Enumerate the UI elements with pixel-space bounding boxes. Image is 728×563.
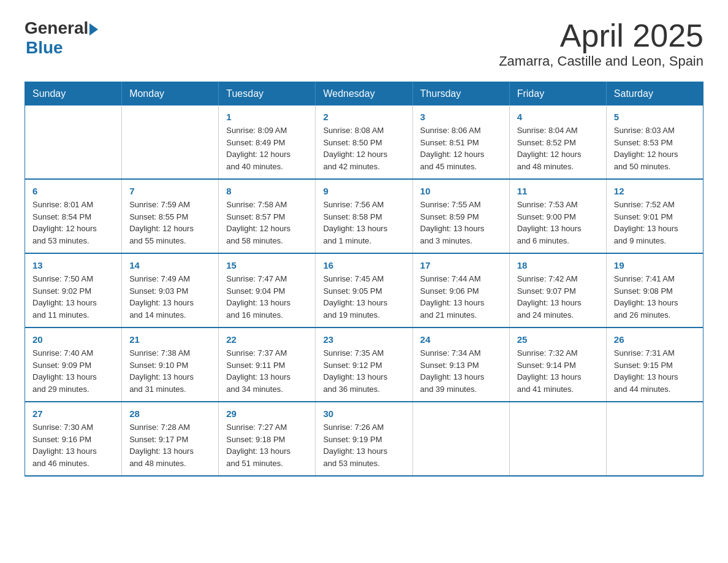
day-info: Sunrise: 8:08 AM Sunset: 8:50 PM Dayligh… bbox=[323, 124, 404, 172]
day-number: 4 bbox=[517, 112, 599, 122]
day-number: 16 bbox=[323, 260, 404, 270]
calendar-week-4: 20Sunrise: 7:40 AM Sunset: 9:09 PM Dayli… bbox=[25, 327, 703, 402]
day-info: Sunrise: 7:59 AM Sunset: 8:55 PM Dayligh… bbox=[129, 199, 211, 247]
day-number: 12 bbox=[614, 186, 696, 196]
col-sunday: Sunday bbox=[25, 82, 122, 106]
day-number: 20 bbox=[32, 334, 114, 345]
calendar-cell-w2-d6: 11Sunrise: 7:53 AM Sunset: 9:00 PM Dayli… bbox=[509, 179, 606, 253]
day-number: 5 bbox=[614, 112, 696, 122]
col-tuesday: Tuesday bbox=[219, 82, 316, 106]
calendar-cell-w1-d5: 3Sunrise: 8:06 AM Sunset: 8:51 PM Daylig… bbox=[412, 105, 509, 179]
calendar-cell-w3-d3: 15Sunrise: 7:47 AM Sunset: 9:04 PM Dayli… bbox=[219, 253, 316, 327]
col-saturday: Saturday bbox=[606, 82, 703, 106]
day-info: Sunrise: 7:53 AM Sunset: 9:00 PM Dayligh… bbox=[517, 199, 599, 247]
day-number: 27 bbox=[32, 408, 114, 419]
day-info: Sunrise: 8:06 AM Sunset: 8:51 PM Dayligh… bbox=[420, 124, 502, 172]
day-number: 17 bbox=[420, 260, 502, 270]
col-friday: Friday bbox=[509, 82, 606, 106]
calendar-cell-w2-d7: 12Sunrise: 7:52 AM Sunset: 9:01 PM Dayli… bbox=[606, 179, 703, 253]
day-number: 28 bbox=[129, 408, 211, 419]
calendar-cell-w3-d7: 19Sunrise: 7:41 AM Sunset: 9:08 PM Dayli… bbox=[606, 253, 703, 327]
calendar-cell-w1-d6: 4Sunrise: 8:04 AM Sunset: 8:52 PM Daylig… bbox=[509, 105, 606, 179]
day-number: 21 bbox=[129, 334, 211, 345]
day-number: 14 bbox=[129, 260, 211, 270]
calendar-cell-w3-d4: 16Sunrise: 7:45 AM Sunset: 9:05 PM Dayli… bbox=[316, 253, 412, 327]
col-thursday: Thursday bbox=[412, 82, 509, 106]
page-title: April 2025 bbox=[499, 18, 703, 53]
day-number: 22 bbox=[226, 334, 308, 345]
day-number: 3 bbox=[420, 112, 502, 122]
day-number: 7 bbox=[129, 186, 211, 196]
calendar-cell-w1-d4: 2Sunrise: 8:08 AM Sunset: 8:50 PM Daylig… bbox=[316, 105, 412, 179]
day-info: Sunrise: 7:41 AM Sunset: 9:08 PM Dayligh… bbox=[614, 273, 696, 321]
logo-general-text: General bbox=[25, 18, 88, 38]
calendar-cell-w4-d7: 26Sunrise: 7:31 AM Sunset: 9:15 PM Dayli… bbox=[606, 327, 703, 402]
day-info: Sunrise: 7:31 AM Sunset: 9:15 PM Dayligh… bbox=[614, 347, 696, 395]
day-number: 6 bbox=[32, 186, 114, 196]
calendar-cell-w3-d2: 14Sunrise: 7:49 AM Sunset: 9:03 PM Dayli… bbox=[122, 253, 219, 327]
calendar-cell-w4-d1: 20Sunrise: 7:40 AM Sunset: 9:09 PM Dayli… bbox=[25, 327, 122, 402]
day-info: Sunrise: 8:01 AM Sunset: 8:54 PM Dayligh… bbox=[32, 199, 114, 247]
calendar-header: Sunday Monday Tuesday Wednesday Thursday… bbox=[25, 82, 703, 106]
calendar-week-2: 6Sunrise: 8:01 AM Sunset: 8:54 PM Daylig… bbox=[25, 179, 703, 253]
day-number: 30 bbox=[323, 408, 404, 419]
title-block: April 2025 Zamarra, Castille and Leon, S… bbox=[499, 18, 703, 69]
logo-arrow-icon bbox=[89, 23, 98, 36]
day-info: Sunrise: 7:26 AM Sunset: 9:19 PM Dayligh… bbox=[323, 421, 404, 469]
day-info: Sunrise: 7:32 AM Sunset: 9:14 PM Dayligh… bbox=[517, 347, 599, 395]
calendar-cell-w1-d3: 1Sunrise: 8:09 AM Sunset: 8:49 PM Daylig… bbox=[219, 105, 316, 179]
day-info: Sunrise: 7:35 AM Sunset: 9:12 PM Dayligh… bbox=[323, 347, 404, 395]
day-number: 24 bbox=[420, 334, 502, 345]
calendar-header-row: Sunday Monday Tuesday Wednesday Thursday… bbox=[25, 82, 703, 106]
day-number: 11 bbox=[517, 186, 599, 196]
calendar-week-5: 27Sunrise: 7:30 AM Sunset: 9:16 PM Dayli… bbox=[25, 402, 703, 476]
calendar-cell-w3-d6: 18Sunrise: 7:42 AM Sunset: 9:07 PM Dayli… bbox=[509, 253, 606, 327]
day-info: Sunrise: 7:56 AM Sunset: 8:58 PM Dayligh… bbox=[323, 199, 404, 247]
day-number: 23 bbox=[323, 334, 404, 345]
calendar-cell-w3-d5: 17Sunrise: 7:44 AM Sunset: 9:06 PM Dayli… bbox=[412, 253, 509, 327]
day-number: 10 bbox=[420, 186, 502, 196]
day-number: 19 bbox=[614, 260, 696, 270]
calendar-cell-w2-d4: 9Sunrise: 7:56 AM Sunset: 8:58 PM Daylig… bbox=[316, 179, 412, 253]
calendar-cell-w4-d6: 25Sunrise: 7:32 AM Sunset: 9:14 PM Dayli… bbox=[509, 327, 606, 402]
day-info: Sunrise: 7:58 AM Sunset: 8:57 PM Dayligh… bbox=[226, 199, 308, 247]
calendar-cell-w5-d5 bbox=[412, 402, 509, 476]
calendar-cell-w1-d1 bbox=[25, 105, 122, 179]
calendar-week-3: 13Sunrise: 7:50 AM Sunset: 9:02 PM Dayli… bbox=[25, 253, 703, 327]
day-info: Sunrise: 7:30 AM Sunset: 9:16 PM Dayligh… bbox=[32, 421, 114, 469]
day-info: Sunrise: 7:45 AM Sunset: 9:05 PM Dayligh… bbox=[323, 273, 404, 321]
day-number: 25 bbox=[517, 334, 599, 345]
logo-blue-text: Blue bbox=[26, 38, 98, 58]
day-info: Sunrise: 8:03 AM Sunset: 8:53 PM Dayligh… bbox=[614, 124, 696, 172]
day-info: Sunrise: 7:37 AM Sunset: 9:11 PM Dayligh… bbox=[226, 347, 308, 395]
day-info: Sunrise: 7:49 AM Sunset: 9:03 PM Dayligh… bbox=[129, 273, 211, 321]
calendar-cell-w5-d6 bbox=[509, 402, 606, 476]
calendar-cell-w5-d3: 29Sunrise: 7:27 AM Sunset: 9:18 PM Dayli… bbox=[219, 402, 316, 476]
calendar-cell-w2-d3: 8Sunrise: 7:58 AM Sunset: 8:57 PM Daylig… bbox=[219, 179, 316, 253]
calendar-cell-w2-d5: 10Sunrise: 7:55 AM Sunset: 8:59 PM Dayli… bbox=[412, 179, 509, 253]
day-info: Sunrise: 7:42 AM Sunset: 9:07 PM Dayligh… bbox=[517, 273, 599, 321]
calendar-cell-w5-d4: 30Sunrise: 7:26 AM Sunset: 9:19 PM Dayli… bbox=[316, 402, 412, 476]
page-subtitle: Zamarra, Castille and Leon, Spain bbox=[499, 53, 703, 69]
page-header: General Blue April 2025 Zamarra, Castill… bbox=[25, 18, 703, 69]
calendar-cell-w5-d1: 27Sunrise: 7:30 AM Sunset: 9:16 PM Dayli… bbox=[25, 402, 122, 476]
day-info: Sunrise: 7:44 AM Sunset: 9:06 PM Dayligh… bbox=[420, 273, 502, 321]
day-number: 29 bbox=[226, 408, 308, 419]
day-info: Sunrise: 7:40 AM Sunset: 9:09 PM Dayligh… bbox=[32, 347, 114, 395]
calendar-cell-w4-d4: 23Sunrise: 7:35 AM Sunset: 9:12 PM Dayli… bbox=[316, 327, 412, 402]
day-number: 13 bbox=[32, 260, 114, 270]
day-info: Sunrise: 7:27 AM Sunset: 9:18 PM Dayligh… bbox=[226, 421, 308, 469]
calendar-cell-w5-d7 bbox=[606, 402, 703, 476]
col-monday: Monday bbox=[122, 82, 219, 106]
day-number: 2 bbox=[323, 112, 404, 122]
calendar-cell-w2-d1: 6Sunrise: 8:01 AM Sunset: 8:54 PM Daylig… bbox=[25, 179, 122, 253]
day-info: Sunrise: 7:38 AM Sunset: 9:10 PM Dayligh… bbox=[129, 347, 211, 395]
day-number: 8 bbox=[226, 186, 308, 196]
day-number: 1 bbox=[226, 112, 308, 122]
logo: General Blue bbox=[25, 18, 98, 58]
day-info: Sunrise: 7:28 AM Sunset: 9:17 PM Dayligh… bbox=[129, 421, 211, 469]
calendar-cell-w4-d5: 24Sunrise: 7:34 AM Sunset: 9:13 PM Dayli… bbox=[412, 327, 509, 402]
calendar-cell-w3-d1: 13Sunrise: 7:50 AM Sunset: 9:02 PM Dayli… bbox=[25, 253, 122, 327]
calendar-cell-w1-d7: 5Sunrise: 8:03 AM Sunset: 8:53 PM Daylig… bbox=[606, 105, 703, 179]
day-info: Sunrise: 7:52 AM Sunset: 9:01 PM Dayligh… bbox=[614, 199, 696, 247]
